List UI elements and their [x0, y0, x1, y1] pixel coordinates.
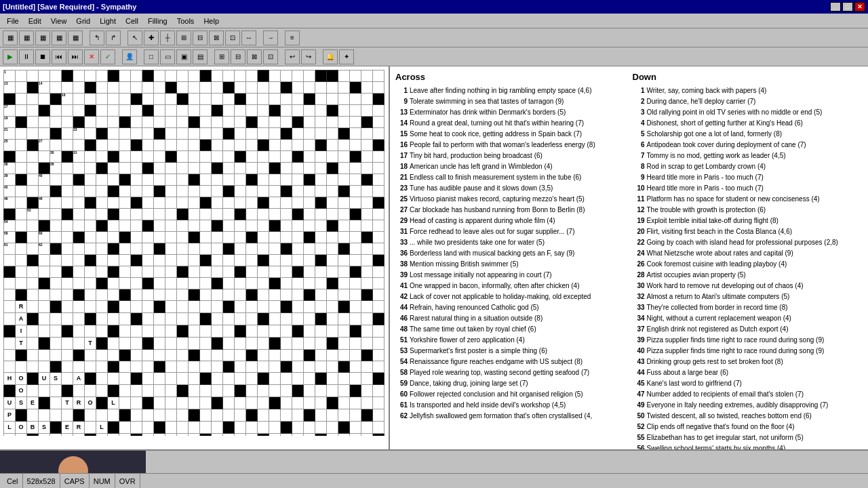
grid-cell[interactable] [119, 174, 131, 186]
grid-cell[interactable] [200, 220, 212, 232]
grid-cell[interactable] [327, 409, 338, 422]
grid-cell[interactable] [189, 105, 200, 117]
grid-cell[interactable] [246, 128, 258, 140]
grid-cell[interactable] [258, 163, 269, 174]
grid-cell[interactable] [212, 151, 223, 163]
grid-cell[interactable] [131, 232, 142, 243]
grid-cell[interactable] [258, 174, 269, 186]
grid-cell[interactable] [4, 313, 16, 325]
grid-cell[interactable] [165, 422, 177, 434]
grid-cell[interactable]: 16 [62, 94, 73, 105]
grid-cell[interactable] [131, 255, 142, 266]
grid-cell[interactable] [119, 243, 131, 255]
grid-cell[interactable] [177, 163, 189, 174]
grid-cell[interactable] [16, 105, 27, 117]
grid-cell[interactable] [119, 163, 131, 174]
grid-cell[interactable] [361, 105, 373, 117]
across-clue-item[interactable]: 42Lack of cover not applicable to holida… [395, 292, 626, 302]
grid-cell[interactable] [39, 397, 50, 409]
down-clue-item[interactable]: 30Work hard to remove rut developing out… [633, 281, 863, 291]
grid-cell[interactable] [246, 140, 258, 151]
grid-cell[interactable] [304, 422, 315, 434]
grid-cell[interactable] [154, 266, 165, 278]
grid-cell[interactable] [338, 174, 350, 186]
grid-cell[interactable] [212, 117, 223, 128]
grid-cell[interactable] [62, 409, 73, 422]
grid-cell[interactable] [361, 243, 373, 255]
grid-cell[interactable] [154, 140, 165, 151]
grid-cell[interactable] [16, 128, 27, 140]
grid-cell[interactable] [50, 266, 62, 278]
grid-cell[interactable] [119, 140, 131, 151]
grid-cell[interactable] [292, 313, 304, 325]
grid-cell[interactable] [223, 373, 235, 385]
tb-sym3[interactable]: ⊠ [247, 49, 262, 64]
grid-cell[interactable] [235, 289, 246, 301]
tb-tool4[interactable]: ⊟ [193, 30, 208, 45]
grid-cell[interactable] [154, 397, 165, 409]
grid-cell[interactable] [269, 105, 281, 117]
grid-cell[interactable] [258, 361, 269, 373]
grid-cell[interactable] [361, 385, 373, 397]
grid-cell[interactable] [361, 422, 373, 434]
grid-cell[interactable] [108, 338, 119, 350]
grid-cell[interactable] [292, 128, 304, 140]
grid-cell[interactable] [292, 117, 304, 128]
grid-cell[interactable] [154, 151, 165, 163]
grid-cell[interactable] [269, 422, 281, 434]
grid-cell[interactable] [258, 373, 269, 385]
grid-cell[interactable] [142, 220, 154, 232]
grid-cell[interactable]: A [4, 434, 16, 436]
grid-cell[interactable] [373, 70, 384, 82]
grid-cell[interactable] [327, 350, 338, 361]
grid-cell[interactable] [142, 117, 154, 128]
grid-cell[interactable] [258, 397, 269, 409]
grid-cell[interactable] [269, 350, 281, 361]
grid-cell[interactable] [142, 197, 154, 209]
grid-cell[interactable] [50, 82, 62, 94]
grid-cell[interactable] [361, 70, 373, 82]
grid-cell[interactable] [96, 301, 108, 313]
grid-cell[interactable] [154, 209, 165, 220]
grid-cell[interactable] [96, 278, 108, 289]
grid-cell[interactable] [200, 70, 212, 82]
grid-cell[interactable] [269, 409, 281, 422]
grid-cell[interactable]: T [85, 338, 96, 350]
grid-cell[interactable] [16, 94, 27, 105]
menu-grid[interactable]: Grid [72, 16, 94, 26]
grid-cell[interactable] [165, 301, 177, 313]
grid-cell[interactable] [50, 220, 62, 232]
grid-cell[interactable] [131, 174, 142, 186]
grid-cell[interactable] [258, 409, 269, 422]
grid-cell[interactable] [131, 409, 142, 422]
grid-cell[interactable] [327, 266, 338, 278]
grid-cell[interactable] [269, 140, 281, 151]
grid-cell[interactable] [189, 301, 200, 313]
tb-rect2[interactable]: ▭ [160, 49, 175, 64]
down-clue-item[interactable]: 12The trouble with growth is protection … [633, 205, 863, 215]
grid-cell[interactable] [292, 140, 304, 151]
grid-cell[interactable] [258, 338, 269, 350]
grid-cell[interactable] [327, 289, 338, 301]
grid-cell[interactable] [165, 174, 177, 186]
grid-cell[interactable] [304, 397, 315, 409]
grid-cell[interactable] [154, 313, 165, 325]
across-clue-item[interactable]: 48The same time out taken by royal chief… [395, 325, 626, 334]
grid-table[interactable]: 1131416171921232527303136383940424648535… [3, 70, 384, 436]
grid-cell[interactable] [281, 140, 292, 151]
grid-cell[interactable] [212, 174, 223, 186]
menu-view[interactable]: View [47, 16, 71, 26]
grid-cell[interactable] [235, 94, 246, 105]
tb-tool6[interactable]: ⊡ [225, 30, 240, 45]
grid-cell[interactable] [119, 278, 131, 289]
grid-cell[interactable] [73, 243, 85, 255]
grid-cell[interactable] [338, 338, 350, 350]
grid-cell[interactable] [177, 361, 189, 373]
grid-cell[interactable] [315, 350, 327, 361]
grid-cell[interactable] [373, 434, 384, 436]
grid-cell[interactable] [16, 255, 27, 266]
tb-bell[interactable]: 🔔 [323, 49, 338, 64]
grid-cell[interactable] [373, 289, 384, 301]
grid-cell[interactable] [142, 397, 154, 409]
grid-cell[interactable] [200, 385, 212, 397]
